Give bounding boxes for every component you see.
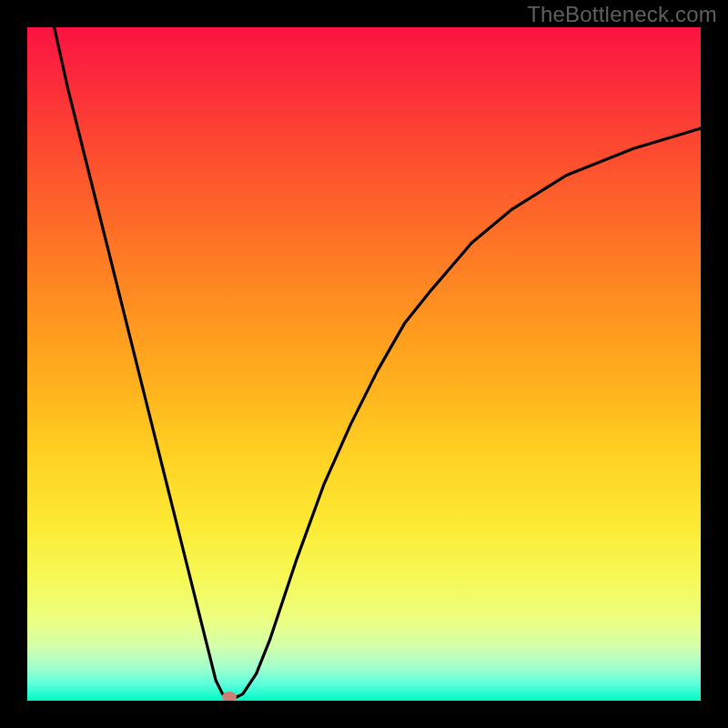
watermark-text: TheBottleneck.com bbox=[527, 2, 717, 27]
optimal-point-marker bbox=[222, 692, 237, 701]
bottleneck-curve bbox=[27, 27, 701, 701]
chart-frame: TheBottleneck.com bbox=[0, 0, 728, 728]
plot-area bbox=[27, 27, 701, 701]
